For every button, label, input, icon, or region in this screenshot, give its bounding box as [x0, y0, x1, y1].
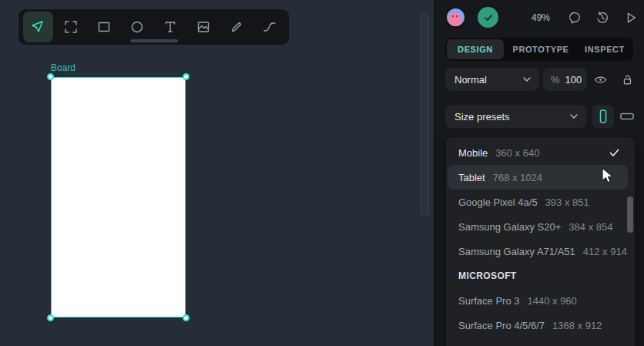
landscape-icon	[619, 109, 636, 124]
curve-icon	[262, 19, 277, 35]
text-icon	[163, 19, 178, 35]
blend-mode-select[interactable]: Normal	[445, 68, 539, 91]
history-icon	[595, 11, 609, 25]
toolbar	[18, 9, 289, 45]
selection-handle-bottom-right[interactable]	[183, 314, 190, 321]
preset-item-remarkable[interactable]: ReMarkable	[446, 338, 635, 346]
rectangle-tool-button[interactable]	[89, 12, 119, 42]
tab-design[interactable]: DESIGN	[447, 39, 504, 59]
board-frame[interactable]	[51, 77, 186, 317]
size-presets-dropdown: Mobile 360 x 640 Tablet 768 x 1024 Googl…	[446, 137, 635, 346]
avatar[interactable]	[445, 7, 466, 28]
select-tool-button[interactable]	[23, 12, 54, 42]
avatar-face	[448, 12, 461, 27]
present-button[interactable]	[622, 8, 640, 27]
size-presets-label: Size presets	[445, 111, 569, 123]
text-tool-button[interactable]	[155, 12, 186, 42]
opacity-value: 100	[565, 74, 582, 86]
chevron-down-icon	[522, 76, 532, 82]
preset-item-surface-pro-4567[interactable]: Surface Pro 4/5/6/7 1368 x 912	[446, 313, 635, 338]
preset-item-galaxy-s20[interactable]: Samsung Galaxy S20+ 384 x 854	[446, 214, 635, 239]
preset-item-galaxy-a71[interactable]: Samsung Galaxy A71/A51 412 x 914	[446, 239, 635, 264]
selection-handle-top-right[interactable]	[183, 73, 190, 80]
eye-icon	[593, 72, 608, 87]
comment-button[interactable]	[565, 8, 584, 27]
right-panel: 49% DESIGN PROTOTYPE INSPECT Nor	[434, 0, 644, 346]
image-tool-button[interactable]	[188, 12, 219, 42]
zoom-level[interactable]: 49%	[525, 12, 556, 23]
selection-handle-bottom-left[interactable]	[47, 314, 54, 321]
history-button[interactable]	[593, 8, 612, 27]
size-presets-select[interactable]: Size presets	[445, 105, 586, 128]
panel-tabbar: DESIGN PROTOTYPE INSPECT	[445, 38, 633, 61]
comment-icon	[568, 11, 582, 25]
percent-symbol: %	[551, 74, 560, 86]
avatar-eye	[456, 15, 458, 17]
selection-handle-top-left[interactable]	[47, 73, 54, 80]
chevron-down-icon	[569, 113, 579, 119]
pencil-tool-button[interactable]	[221, 12, 252, 42]
ellipse-icon	[129, 19, 145, 35]
path-tool-button[interactable]	[254, 12, 285, 42]
preset-section-microsoft: MICROSOFT	[446, 264, 635, 288]
blend-mode-value: Normal	[445, 74, 522, 86]
board-tool-button[interactable]	[55, 12, 86, 42]
cursor-arrow-icon	[30, 19, 45, 35]
lock-toggle[interactable]	[618, 70, 636, 89]
canvas-scrollbar[interactable]	[421, 12, 429, 217]
preset-item-mobile[interactable]: Mobile 360 x 640	[446, 140, 635, 165]
unlock-icon	[620, 72, 634, 86]
opacity-input[interactable]: % 100	[543, 68, 587, 91]
image-icon	[196, 19, 211, 35]
orientation-portrait-button[interactable]	[592, 105, 614, 128]
avatar-eye	[452, 15, 454, 17]
preset-item-tablet[interactable]: Tablet 768 x 1024	[448, 165, 628, 190]
orientation-landscape-button[interactable]	[616, 105, 638, 128]
saved-check-icon	[483, 12, 494, 23]
tab-prototype[interactable]: PROTOTYPE	[504, 39, 578, 59]
check-icon	[609, 149, 619, 157]
saved-status-badge[interactable]	[478, 7, 498, 28]
canvas-area[interactable]: Board	[0, 0, 434, 346]
rectangle-icon	[96, 19, 112, 35]
portrait-icon	[595, 108, 611, 125]
preset-item-surface-pro-3[interactable]: Surface Pro 3 1440 x 960	[446, 288, 635, 313]
tab-inspect[interactable]: INSPECT	[578, 39, 632, 59]
visibility-toggle[interactable]	[591, 70, 609, 89]
preset-item-google-pixel[interactable]: Google Pixel 4a/5 393 x 851	[446, 190, 635, 214]
dropdown-scrollbar-thumb[interactable]	[627, 197, 633, 233]
board-label[interactable]: Board	[51, 62, 75, 73]
ellipse-tool-button[interactable]	[122, 12, 153, 42]
play-icon	[624, 11, 638, 25]
toolbar-drag-handle[interactable]	[130, 39, 178, 42]
app-root: Board 49%	[0, 0, 644, 346]
artboard-icon	[63, 19, 79, 35]
pencil-icon	[229, 19, 244, 35]
